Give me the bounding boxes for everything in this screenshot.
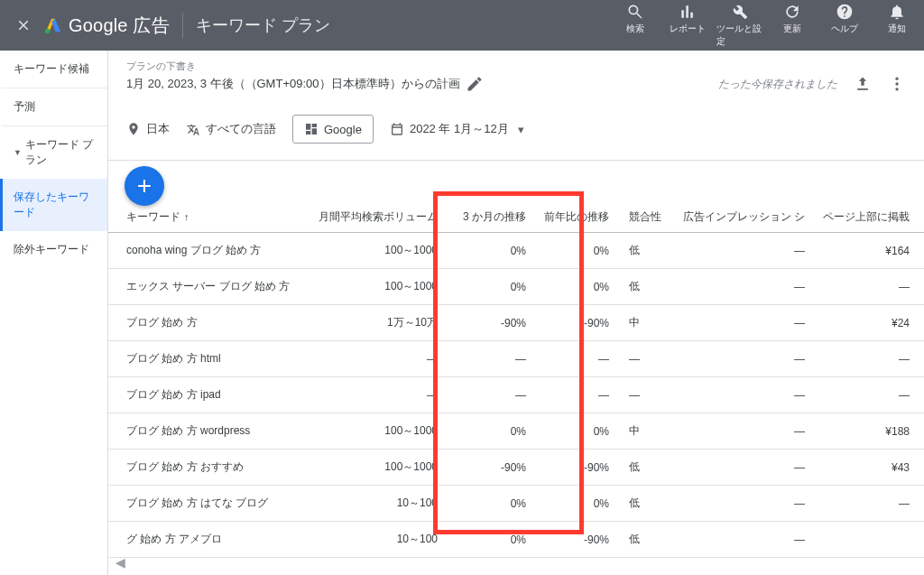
- filter-bar: 日本 すべての言語 Google 2022 年 1月～12月 ▾: [108, 106, 924, 161]
- calendar-icon: [390, 122, 404, 136]
- notifications-tool[interactable]: 通知: [873, 3, 920, 48]
- col-impression[interactable]: 広告インプレッション シ: [674, 197, 814, 233]
- chevron-down-icon: ▼: [14, 148, 22, 157]
- sidebar-item-forecast[interactable]: 予測: [0, 88, 107, 125]
- app-header: Google 広告 キーワード プラン 検索 レポート ツールと設定 更新 ヘル…: [0, 0, 924, 51]
- keyword-table: キーワード↑ 月間平均検索ボリューム 3 か月の推移 前年比の推移 競合性 広告…: [108, 197, 924, 558]
- sidebar-item-saved[interactable]: 保存したキーワード: [0, 179, 107, 231]
- table-row[interactable]: エックス サーバー ブログ 始め 方100～10000%0%低——: [108, 269, 924, 305]
- chevron-down-icon: ▾: [518, 123, 524, 136]
- translate-icon: [186, 122, 200, 136]
- svg-point-3: [895, 78, 898, 80]
- table-header-row: キーワード↑ 月間平均検索ボリューム 3 か月の推移 前年比の推移 競合性 広告…: [108, 197, 924, 233]
- more-vert-icon[interactable]: [888, 75, 906, 93]
- table-row[interactable]: ブログ 始め 方 ipad——————: [108, 377, 924, 413]
- edit-icon[interactable]: [466, 75, 484, 93]
- svg-marker-1: [51, 19, 60, 32]
- language-chip[interactable]: すべての言語: [186, 121, 276, 137]
- brand-name: Google 広告: [69, 14, 170, 38]
- table-area: + キーワード↑ 月間平均検索ボリューム 3 か月の推移 前年比の推移 競合性 …: [108, 161, 924, 575]
- draft-label: プランの下書き: [126, 60, 484, 73]
- svg-point-4: [895, 82, 898, 85]
- svg-point-2: [45, 29, 51, 33]
- report-icon: [679, 3, 697, 21]
- google-ads-icon: [43, 15, 63, 35]
- scroll-left-icon[interactable]: ◀: [116, 555, 125, 570]
- network-chip[interactable]: Google: [292, 115, 374, 144]
- search-icon: [626, 3, 644, 21]
- col-competition[interactable]: 競合性: [618, 197, 674, 233]
- tools-settings-tool[interactable]: ツールと設定: [716, 3, 763, 48]
- daterange-chip[interactable]: 2022 年 1月～12月 ▾: [390, 121, 524, 137]
- header-divider: [182, 13, 183, 38]
- table-row[interactable]: ブログ 始め 方 はてな ブログ10～1000%0%低——: [108, 486, 924, 522]
- reports-tool[interactable]: レポート: [664, 3, 711, 48]
- share-icon[interactable]: [854, 75, 872, 93]
- page-title: キーワード プラン: [196, 14, 330, 36]
- plan-header: プランの下書き 1月 20, 2023, 3 午後（（GMT+09:00）日本標…: [108, 51, 924, 106]
- main-area: プランの下書き 1月 20, 2023, 3 午後（（GMT+09:00）日本標…: [108, 51, 924, 575]
- wrench-icon: [731, 3, 749, 21]
- saved-message: たった今保存されました: [718, 77, 837, 92]
- col-trendyoy[interactable]: 前年比の推移: [535, 197, 618, 233]
- close-icon[interactable]: [7, 17, 40, 33]
- network-icon: [304, 122, 319, 136]
- plan-date-line: 1月 20, 2023, 3 午後（（GMT+09:00）日本標準時）からの計画: [126, 75, 484, 93]
- sidebar-item-plan[interactable]: ▼キーワード プラン: [0, 125, 107, 179]
- col-topbid[interactable]: ページ上部に掲載: [814, 197, 924, 233]
- header-tools: 検索 レポート ツールと設定 更新 ヘルプ 通知: [612, 3, 920, 48]
- sidebar-item-negative[interactable]: 除外キーワード: [0, 231, 107, 268]
- sidebar-item-ideas[interactable]: キーワード候補: [0, 51, 107, 88]
- table-row[interactable]: グ 始め 方 アメブロ10～1000%-90%低—: [108, 522, 924, 558]
- add-keyword-button[interactable]: +: [125, 166, 164, 206]
- table-row[interactable]: conoha wing ブログ 始め 方100～10000%0%低—¥164: [108, 233, 924, 269]
- brand-logo[interactable]: Google 広告: [43, 14, 170, 38]
- location-icon: [126, 122, 141, 136]
- svg-point-5: [895, 88, 898, 90]
- location-chip[interactable]: 日本: [126, 121, 170, 137]
- refresh-icon: [783, 3, 801, 21]
- table-row[interactable]: ブログ 始め 方1万～10万-90%-90%中—¥24: [108, 305, 924, 341]
- table-row[interactable]: ブログ 始め 方 html——————: [108, 341, 924, 377]
- left-sidebar: キーワード候補 予測 ▼キーワード プラン 保存したキーワード 除外キーワード: [0, 51, 108, 575]
- sort-asc-icon: ↑: [184, 211, 189, 222]
- col-volume[interactable]: 月間平均検索ボリューム: [310, 197, 454, 233]
- refresh-tool[interactable]: 更新: [769, 3, 816, 48]
- search-tool[interactable]: 検索: [612, 3, 659, 48]
- table-row[interactable]: ブログ 始め 方 おすすめ100～1000-90%-90%低—¥43: [108, 450, 924, 486]
- help-icon: [836, 3, 854, 21]
- table-row[interactable]: ブログ 始め 方 wordpress100～10000%0%中—¥188: [108, 413, 924, 450]
- col-trend3m[interactable]: 3 か月の推移: [454, 197, 535, 233]
- bell-icon: [888, 3, 906, 21]
- help-tool[interactable]: ヘルプ: [821, 3, 868, 48]
